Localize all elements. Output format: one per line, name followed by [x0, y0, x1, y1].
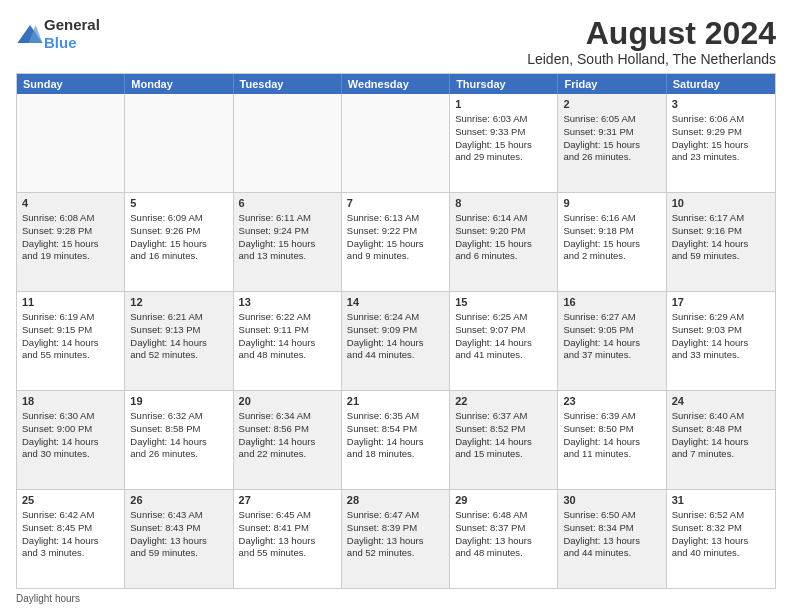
header-wednesday: Wednesday	[342, 74, 450, 94]
calendar-cell: 18Sunrise: 6:30 AMSunset: 9:00 PMDayligh…	[17, 391, 125, 489]
calendar-cell	[342, 94, 450, 192]
cell-line3: Daylight: 13 hours	[672, 535, 749, 546]
calendar-cell: 3Sunrise: 6:06 AMSunset: 9:29 PMDaylight…	[667, 94, 775, 192]
cell-line4: and 52 minutes.	[347, 547, 415, 558]
cell-line2: Sunset: 8:54 PM	[347, 423, 417, 434]
cell-line1: Sunrise: 6:43 AM	[130, 509, 202, 520]
calendar-row-2: 11Sunrise: 6:19 AMSunset: 9:15 PMDayligh…	[17, 291, 775, 390]
calendar-cell: 30Sunrise: 6:50 AMSunset: 8:34 PMDayligh…	[558, 490, 666, 588]
cell-line3: Daylight: 15 hours	[672, 139, 749, 150]
header-friday: Friday	[558, 74, 666, 94]
cell-line3: Daylight: 14 hours	[239, 337, 316, 348]
cell-line3: Daylight: 14 hours	[130, 337, 207, 348]
cell-line1: Sunrise: 6:22 AM	[239, 311, 311, 322]
calendar-cell	[234, 94, 342, 192]
cell-line4: and 13 minutes.	[239, 250, 307, 261]
cell-line3: Daylight: 14 hours	[22, 535, 99, 546]
cell-line3: Daylight: 14 hours	[130, 436, 207, 447]
footer-note: Daylight hours	[16, 593, 776, 604]
cell-line4: and 22 minutes.	[239, 448, 307, 459]
calendar-cell: 10Sunrise: 6:17 AMSunset: 9:16 PMDayligh…	[667, 193, 775, 291]
cell-line2: Sunset: 9:22 PM	[347, 225, 417, 236]
day-number: 25	[22, 493, 119, 508]
cell-line1: Sunrise: 6:30 AM	[22, 410, 94, 421]
cell-line1: Sunrise: 6:45 AM	[239, 509, 311, 520]
page: General Blue August 2024 Leiden, South H…	[0, 0, 792, 612]
cell-line3: Daylight: 14 hours	[672, 436, 749, 447]
calendar-cell: 8Sunrise: 6:14 AMSunset: 9:20 PMDaylight…	[450, 193, 558, 291]
cell-line1: Sunrise: 6:50 AM	[563, 509, 635, 520]
cell-line3: Daylight: 15 hours	[455, 238, 532, 249]
cell-line2: Sunset: 8:34 PM	[563, 522, 633, 533]
cell-line2: Sunset: 9:15 PM	[22, 324, 92, 335]
calendar-row-3: 18Sunrise: 6:30 AMSunset: 9:00 PMDayligh…	[17, 390, 775, 489]
calendar-cell: 6Sunrise: 6:11 AMSunset: 9:24 PMDaylight…	[234, 193, 342, 291]
cell-line3: Daylight: 14 hours	[22, 436, 99, 447]
day-number: 20	[239, 394, 336, 409]
calendar-cell: 5Sunrise: 6:09 AMSunset: 9:26 PMDaylight…	[125, 193, 233, 291]
calendar-cell: 25Sunrise: 6:42 AMSunset: 8:45 PMDayligh…	[17, 490, 125, 588]
cell-line3: Daylight: 15 hours	[563, 139, 640, 150]
cell-line2: Sunset: 9:05 PM	[563, 324, 633, 335]
day-number: 23	[563, 394, 660, 409]
header-sunday: Sunday	[17, 74, 125, 94]
main-title: August 2024	[527, 16, 776, 51]
cell-line3: Daylight: 13 hours	[563, 535, 640, 546]
cell-line3: Daylight: 14 hours	[455, 436, 532, 447]
cell-line3: Daylight: 14 hours	[22, 337, 99, 348]
calendar-cell: 28Sunrise: 6:47 AMSunset: 8:39 PMDayligh…	[342, 490, 450, 588]
cell-line4: and 55 minutes.	[22, 349, 90, 360]
cell-line2: Sunset: 9:24 PM	[239, 225, 309, 236]
cell-line1: Sunrise: 6:24 AM	[347, 311, 419, 322]
cell-line4: and 11 minutes.	[563, 448, 631, 459]
cell-line4: and 2 minutes.	[563, 250, 625, 261]
calendar-cell: 27Sunrise: 6:45 AMSunset: 8:41 PMDayligh…	[234, 490, 342, 588]
day-number: 24	[672, 394, 770, 409]
cell-line4: and 9 minutes.	[347, 250, 409, 261]
cell-line1: Sunrise: 6:40 AM	[672, 410, 744, 421]
cell-line2: Sunset: 8:37 PM	[455, 522, 525, 533]
cell-line3: Daylight: 13 hours	[347, 535, 424, 546]
cell-line4: and 30 minutes.	[22, 448, 90, 459]
calendar-cell: 14Sunrise: 6:24 AMSunset: 9:09 PMDayligh…	[342, 292, 450, 390]
cell-line4: and 29 minutes.	[455, 151, 523, 162]
cell-line3: Daylight: 14 hours	[239, 436, 316, 447]
calendar-cell: 7Sunrise: 6:13 AMSunset: 9:22 PMDaylight…	[342, 193, 450, 291]
cell-line2: Sunset: 9:11 PM	[239, 324, 309, 335]
cell-line1: Sunrise: 6:42 AM	[22, 509, 94, 520]
subtitle: Leiden, South Holland, The Netherlands	[527, 51, 776, 67]
cell-line3: Daylight: 14 hours	[563, 337, 640, 348]
cell-line4: and 52 minutes.	[130, 349, 198, 360]
cell-line4: and 18 minutes.	[347, 448, 415, 459]
cell-line2: Sunset: 8:50 PM	[563, 423, 633, 434]
cell-line3: Daylight: 15 hours	[130, 238, 207, 249]
calendar-header: Sunday Monday Tuesday Wednesday Thursday…	[17, 74, 775, 94]
header-monday: Monday	[125, 74, 233, 94]
cell-line4: and 7 minutes.	[672, 448, 734, 459]
cell-line3: Daylight: 13 hours	[130, 535, 207, 546]
cell-line4: and 48 minutes.	[239, 349, 307, 360]
cell-line2: Sunset: 9:16 PM	[672, 225, 742, 236]
day-number: 30	[563, 493, 660, 508]
calendar-cell: 19Sunrise: 6:32 AMSunset: 8:58 PMDayligh…	[125, 391, 233, 489]
cell-line3: Daylight: 13 hours	[239, 535, 316, 546]
day-number: 6	[239, 196, 336, 211]
calendar-cell: 11Sunrise: 6:19 AMSunset: 9:15 PMDayligh…	[17, 292, 125, 390]
cell-line3: Daylight: 14 hours	[347, 337, 424, 348]
cell-line4: and 19 minutes.	[22, 250, 90, 261]
calendar-cell	[125, 94, 233, 192]
cell-line4: and 16 minutes.	[130, 250, 198, 261]
day-number: 13	[239, 295, 336, 310]
cell-line2: Sunset: 9:13 PM	[130, 324, 200, 335]
day-number: 3	[672, 97, 770, 112]
header-tuesday: Tuesday	[234, 74, 342, 94]
cell-line1: Sunrise: 6:06 AM	[672, 113, 744, 124]
cell-line3: Daylight: 15 hours	[347, 238, 424, 249]
calendar-cell: 22Sunrise: 6:37 AMSunset: 8:52 PMDayligh…	[450, 391, 558, 489]
calendar-cell: 17Sunrise: 6:29 AMSunset: 9:03 PMDayligh…	[667, 292, 775, 390]
cell-line3: Daylight: 15 hours	[563, 238, 640, 249]
cell-line2: Sunset: 8:43 PM	[130, 522, 200, 533]
cell-line1: Sunrise: 6:29 AM	[672, 311, 744, 322]
calendar-row-0: 1Sunrise: 6:03 AMSunset: 9:33 PMDaylight…	[17, 94, 775, 192]
cell-line1: Sunrise: 6:32 AM	[130, 410, 202, 421]
